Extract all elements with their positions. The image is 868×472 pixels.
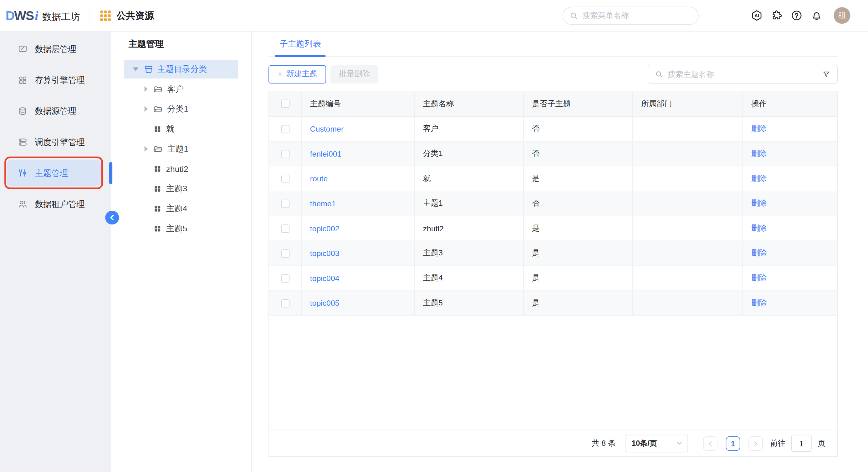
app-grid-icon[interactable] bbox=[100, 10, 111, 21]
plugin-puzzle-icon[interactable] bbox=[771, 9, 783, 22]
tab-subtopic-list[interactable]: 子主题列表 bbox=[275, 32, 326, 57]
sidebar-item-topic-management[interactable]: 主题管理 bbox=[7, 160, 101, 186]
tree-node-folder[interactable]: 分类1 bbox=[111, 99, 251, 119]
batch-delete-button[interactable]: 批量删除 bbox=[331, 65, 378, 83]
app: D WS i 数据工坊 公共资源 AI bbox=[0, 0, 868, 472]
sidebar-item-storage-compute[interactable]: 存算引擎管理 bbox=[0, 69, 111, 91]
search-icon bbox=[570, 11, 578, 20]
delete-link[interactable]: 删除 bbox=[751, 174, 767, 184]
chevron-down-icon bbox=[677, 441, 682, 445]
delete-link[interactable]: 删除 bbox=[751, 199, 767, 208]
folder-icon bbox=[153, 85, 163, 94]
sidebar-item-data-tenant[interactable]: 数据租户管理 bbox=[0, 193, 111, 215]
tree-node-leaf[interactable]: 主题3 bbox=[111, 178, 251, 199]
page-unit-label: 页 bbox=[817, 438, 826, 448]
logo-letter-d: D bbox=[6, 8, 14, 23]
topic-code-link[interactable]: topic005 bbox=[310, 299, 340, 307]
tree-node-leaf[interactable]: 主题4 bbox=[111, 199, 251, 218]
sidebar-item-data-layer[interactable]: 数据层管理 bbox=[0, 38, 111, 60]
tree-node-leaf[interactable]: 主题5 bbox=[111, 218, 251, 238]
topic-tools-icon bbox=[18, 168, 28, 178]
delete-link[interactable]: 删除 bbox=[751, 248, 767, 258]
topic-code-link[interactable]: topic002 bbox=[310, 224, 340, 233]
row-checkbox[interactable] bbox=[281, 150, 289, 158]
topic-code-link[interactable]: topic004 bbox=[310, 274, 340, 282]
delete-link[interactable]: 删除 bbox=[751, 124, 767, 134]
topic-code-link[interactable]: route bbox=[310, 174, 328, 183]
topic-code-link[interactable]: fenlei001 bbox=[310, 149, 342, 158]
caret-right-icon[interactable] bbox=[145, 86, 148, 92]
sidebar-menu: 数据层管理 存算引擎管理 数据源管理 bbox=[0, 32, 111, 215]
topic-code-link[interactable]: Customer bbox=[310, 125, 344, 133]
column-header-dept: 所属部门 bbox=[633, 91, 743, 116]
tree-children: 客户 分类1 bbox=[111, 79, 251, 238]
notification-bell-icon[interactable] bbox=[810, 9, 823, 22]
table-row: fenlei001 分类1 否 删除 bbox=[269, 142, 837, 167]
tree-root-node[interactable]: 主题目录分类 bbox=[124, 60, 238, 78]
caret-right-icon[interactable] bbox=[145, 146, 148, 151]
caret-right-icon[interactable] bbox=[145, 106, 148, 112]
delete-link[interactable]: 删除 bbox=[751, 273, 767, 283]
search-icon bbox=[655, 70, 663, 78]
current-page-button[interactable]: 1 bbox=[726, 436, 740, 450]
topic-search-input[interactable] bbox=[668, 70, 817, 78]
sidebar-item-label: 存算引擎管理 bbox=[35, 75, 85, 86]
row-checkbox[interactable] bbox=[281, 274, 289, 282]
select-all-checkbox[interactable] bbox=[281, 99, 289, 108]
scheduler-engine-icon bbox=[18, 137, 28, 147]
plus-icon: + bbox=[277, 70, 283, 78]
row-checkbox[interactable] bbox=[281, 224, 289, 233]
row-checkbox[interactable] bbox=[281, 199, 289, 208]
delete-link[interactable]: 删除 bbox=[751, 149, 767, 159]
column-header-is-sub: 是否子主题 bbox=[524, 91, 633, 116]
main-content: 子主题列表 + 新建主题 批量删除 bbox=[252, 32, 868, 472]
delete-link[interactable]: 删除 bbox=[751, 224, 767, 234]
folder-icon bbox=[153, 144, 163, 154]
sidebar-item-scheduler[interactable]: 调度引擎管理 bbox=[0, 131, 111, 153]
topic-code-link[interactable]: theme1 bbox=[310, 199, 336, 208]
sidebar-collapse-button[interactable] bbox=[105, 211, 119, 225]
ai-assistant-icon[interactable]: AI bbox=[751, 9, 763, 22]
goto-label: 前往 bbox=[770, 438, 786, 448]
page-size-select[interactable]: 10条/页 bbox=[625, 435, 688, 452]
next-page-button[interactable] bbox=[748, 436, 763, 450]
column-header-name: 主题名称 bbox=[414, 91, 524, 116]
toolbar: + 新建主题 批量删除 bbox=[269, 65, 838, 83]
topic-grid-icon bbox=[153, 224, 162, 233]
pagination-bar: 共 8 条 10条/页 1 bbox=[269, 430, 837, 457]
topic-grid-icon bbox=[153, 184, 162, 193]
sidebar: 数据层管理 存算引擎管理 数据源管理 bbox=[0, 32, 111, 472]
row-checkbox[interactable] bbox=[281, 299, 289, 307]
filter-funnel-icon[interactable] bbox=[822, 70, 831, 78]
data-layer-icon bbox=[18, 44, 28, 55]
sidebar-item-data-source[interactable]: 数据源管理 bbox=[0, 100, 111, 122]
tree-node-leaf[interactable]: 就 bbox=[111, 119, 251, 139]
new-topic-button[interactable]: + 新建主题 bbox=[269, 65, 327, 83]
table-header-row: 主题编号 主题名称 是否子主题 所属部门 操作 bbox=[269, 91, 837, 116]
help-icon[interactable] bbox=[791, 9, 803, 22]
topic-search-box[interactable] bbox=[648, 65, 838, 83]
row-checkbox[interactable] bbox=[281, 174, 289, 183]
tree-node-leaf[interactable]: zhuti2 bbox=[111, 159, 251, 179]
topic-grid-icon bbox=[153, 204, 162, 213]
tree-node-folder[interactable]: 客户 bbox=[111, 79, 251, 99]
row-checkbox[interactable] bbox=[281, 125, 289, 133]
menu-search-box[interactable] bbox=[563, 6, 699, 24]
prev-page-button[interactable] bbox=[703, 436, 717, 450]
topic-code-link[interactable]: topic003 bbox=[310, 249, 340, 258]
topic-grid-icon bbox=[153, 164, 162, 173]
table-row: route 就 是 删除 bbox=[269, 167, 837, 192]
caret-down-icon[interactable] bbox=[133, 68, 138, 71]
category-box-icon bbox=[144, 64, 153, 74]
pagination-total: 共 8 条 bbox=[591, 438, 616, 448]
column-header-code: 主题编号 bbox=[302, 91, 414, 116]
table-row: Customer 客户 否 删除 bbox=[269, 116, 837, 142]
topic-tree-panel: 主题管理 主题目录分类 客户 bbox=[111, 32, 252, 472]
avatar[interactable]: 租 bbox=[834, 7, 850, 24]
tree-node-folder[interactable]: 主题1 bbox=[111, 139, 251, 159]
row-checkbox[interactable] bbox=[281, 249, 289, 258]
delete-link[interactable]: 删除 bbox=[751, 298, 767, 308]
menu-search-input[interactable] bbox=[582, 11, 691, 20]
table-row: topic005 主题5 是 删除 bbox=[269, 291, 837, 316]
goto-page-input[interactable] bbox=[791, 435, 811, 452]
